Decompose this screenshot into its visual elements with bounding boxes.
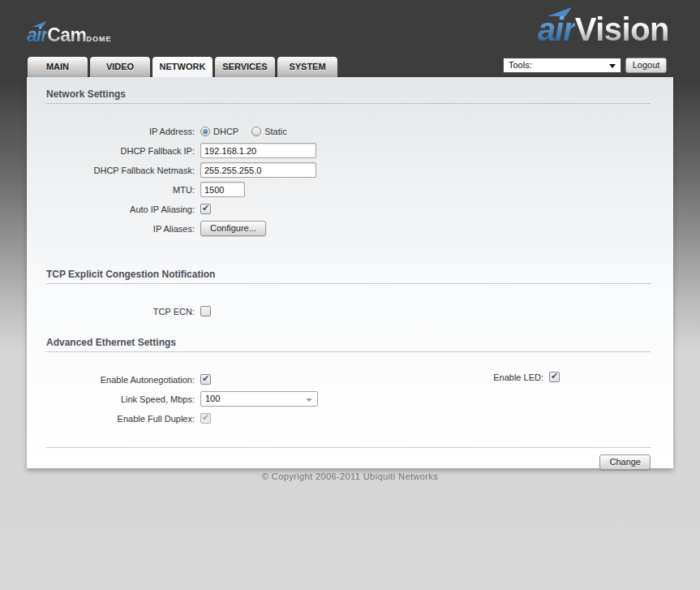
airvision-logo-name: Vision [575,11,669,47]
section-network-settings: Network Settings IP Address: DHCP Static… [46,88,651,236]
change-row: Change [46,454,651,470]
row-link-speed: Link Speed, Mbps: 100 [46,391,651,407]
aircam-logo: airCamDOME [27,24,112,46]
row-ip-aliases: IP Aliases: Configure... [46,221,651,236]
section-title-network: Network Settings [46,88,651,104]
tab-video[interactable]: VIDEO [89,56,151,77]
tab-system[interactable]: SYSTEM [277,56,338,77]
enable-led-label: Enable LED: [452,373,549,382]
tab-main[interactable]: MAIN [27,56,88,77]
dropdown-arrow-icon [306,398,312,402]
row-dhcp-fallback-ip: DHCP Fallback IP: [46,143,651,158]
enable-full-duplex-checkbox [200,413,211,424]
configure-button[interactable]: Configure... [200,221,266,236]
dhcp-fallback-netmask-label: DHCP Fallback Netmask: [46,166,200,175]
row-ip-address: IP Address: DHCP Static [46,123,651,139]
airvision-logo: airVision [538,11,669,48]
dhcp-fallback-ip-label: DHCP Fallback IP: [46,146,200,156]
link-speed-label: Link Speed, Mbps: [46,394,200,404]
enable-full-duplex-label: Enable Full Duplex: [46,414,200,424]
tab-services[interactable]: SERVICES [214,56,276,77]
ip-aliases-label: IP Aliases: [46,224,200,234]
tcp-ecn-label: TCP ECN: [46,307,200,317]
static-radio[interactable] [251,127,261,136]
tools-dropdown-value: Tools: [509,60,532,70]
row-enable-full-duplex: Enable Full Duplex: [46,411,651,426]
dhcp-radio-label[interactable]: DHCP [213,127,238,136]
tab-network[interactable]: NETWORK [152,56,213,77]
ip-address-radio-group: DHCP Static [200,127,300,136]
airvision-logo-air: air [538,11,575,47]
auto-ip-aliasing-checkbox[interactable] [200,204,211,214]
row-dhcp-fallback-netmask: DHCP Fallback Netmask: [46,162,651,178]
aircam-logo-name: Cam [47,24,86,45]
enable-autonegotiation-label: Enable Autonegotiation: [46,375,200,385]
change-button[interactable]: Change [599,454,651,470]
ip-address-label: IP Address: [46,127,200,136]
row-tcp-ecn: TCP ECN: [46,304,651,319]
mtu-label: MTU: [46,185,200,195]
enable-autonegotiation-checkbox[interactable] [200,374,211,385]
section-tcp-ecn: TCP Explicit Congestion Notification TCP… [46,269,651,319]
aircam-logo-variant: DOME [87,35,112,43]
copyright-text: © Copyright 2006-2011 Ubiquiti Networks [0,472,700,481]
dhcp-fallback-ip-input[interactable] [200,143,316,158]
section-title-advanced: Advanced Ethernet Settings [46,337,651,352]
link-speed-select[interactable]: 100 [200,391,318,407]
dhcp-radio[interactable] [200,127,210,136]
static-radio-label[interactable]: Static [264,127,287,136]
logout-button[interactable]: Logout [625,58,667,73]
tab-bar: MAIN VIDEO NETWORK SERVICES SYSTEM [27,56,339,77]
auto-ip-aliasing-label: Auto IP Aliasing: [46,205,200,214]
dropdown-arrow-icon [609,64,616,68]
tools-dropdown[interactable]: Tools: [503,58,621,73]
page: airCamDOME airVision MAIN VIDEO NETWORK … [0,0,700,590]
link-speed-select-value: 100 [205,394,220,403]
dhcp-fallback-netmask-input[interactable] [200,162,316,178]
row-auto-ip-aliasing: Auto IP Aliasing: [46,201,651,217]
mtu-input[interactable] [200,182,245,197]
tcp-ecn-checkbox[interactable] [200,306,211,317]
enable-led-checkbox[interactable] [549,372,560,382]
enable-led-field: Enable LED: [452,372,560,382]
row-enable-autonegotiation: Enable Autonegotiation: Enable LED: [46,372,651,387]
section-title-tcp-ecn: TCP Explicit Congestion Notification [46,269,651,284]
divider [46,447,651,448]
section-advanced-ethernet: Advanced Ethernet Settings Enable Autone… [46,337,651,426]
content-panel: Network Settings IP Address: DHCP Static… [27,77,673,468]
row-mtu: MTU: [46,182,651,197]
aircam-logo-air: air [27,24,47,45]
